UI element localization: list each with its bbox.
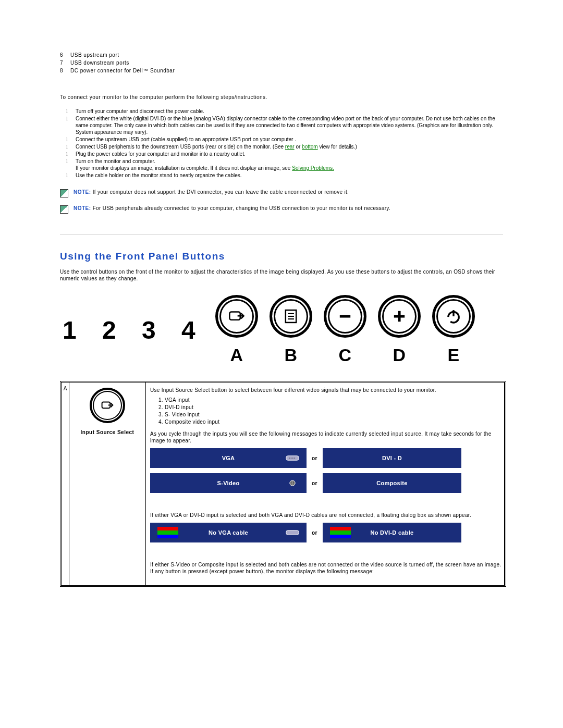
step: Connect USB peripherals to the downstrea… [76,143,503,150]
connection-steps: Turn off your computer and disconnect th… [60,108,503,179]
port-num: 7 [60,60,70,66]
osd-vga: VGA [150,448,307,468]
note-icon [60,189,68,198]
section-title: Using the Front Panel Buttons [60,251,503,262]
solving-problems-link[interactable]: Solving Problems. [292,165,334,171]
osd-no-vga: No VGA cable [150,523,307,542]
svg-point-20 [293,484,295,485]
input-source-icon [215,295,258,338]
table-col-letter: A [62,382,69,585]
button-d: D [378,295,421,365]
svideo-port-icon [286,479,299,487]
note: NOTE: For USB peripherals already connec… [60,205,503,214]
port-row: 8DC power connector for Dell™ Soundbar [60,68,503,73]
rear-link[interactable]: rear [285,144,295,150]
port-row: 6USB upstream port [60,52,503,58]
svg-point-14 [292,458,293,459]
section-intro: Use the control buttons on the front of … [60,268,503,282]
vga-port-icon [286,454,299,462]
port-num: 8 [60,68,70,73]
plus-icon [378,295,421,338]
note-icon [60,205,68,214]
button-a: A [215,295,258,365]
osd-no-dvi: No DVI-D cable [323,523,461,542]
step: Connect the upstream USB port (cable sup… [76,136,503,143]
svg-point-17 [291,482,292,483]
input-source-label: Input Source Select [69,429,145,435]
port-label: USB upstream port [70,52,119,58]
osd-svideo: S-Video [150,473,307,493]
front-panel-diagram: 1 2 3 4 A B C D [60,295,503,365]
port-label: USB downstream ports [70,60,129,66]
port-label: DC power connector for Dell™ Soundbar [70,68,175,73]
input-numbers: 1 2 3 4 [63,316,205,344]
port-num: 6 [60,52,70,58]
svg-point-13 [291,458,292,459]
table-col-icon: Input Source Select [69,382,146,585]
input-source-icon [90,388,125,423]
menu-icon [270,295,312,338]
osd-row: S-Video or Composite [150,473,504,493]
osd-dvid: DVI - D [323,448,461,468]
port-row: 7USB downstream ports [60,60,503,66]
svg-point-16 [290,480,295,486]
svg-point-15 [294,458,295,459]
note: NOTE: If your computer does not support … [60,189,503,198]
button-b: B [270,295,312,365]
port-list: 6USB upstream port 7USB downstream ports… [60,52,503,73]
separator [60,235,503,235]
button-group: A B C D E [215,295,475,365]
step: Connect either the white (digital DVI-D)… [76,115,503,135]
osd-composite: Composite [323,473,461,493]
svg-point-18 [293,482,295,483]
svg-point-19 [291,484,292,485]
bottom-link[interactable]: bottom [302,144,318,150]
step: Use the cable holder on the monitor stan… [76,172,503,179]
colorbars-icon [330,527,351,538]
power-icon [432,295,475,338]
step: Turn on the monitor and computer.If your… [76,158,503,171]
minus-icon [324,295,366,338]
button-c: C [324,295,366,365]
osd-row: VGA or DVI - D [150,448,504,468]
osd-row: No VGA cable or No DVI-D cable [150,523,504,542]
connect-intro: To connect your monitor to the computer … [60,94,503,100]
table-col-desc: Use Input Source Select button to select… [146,382,505,585]
colorbars-icon [157,527,178,538]
input-list: VGA input DVI-D input S- Video input Com… [150,397,504,425]
button-description-table: A Input Source Select Use Input Source S… [60,381,506,587]
button-e: E [432,295,475,365]
step: Plug the power cables for your computer … [76,151,503,157]
step: Turn off your computer and disconnect th… [76,108,503,115]
svg-point-12 [289,458,290,459]
vga-port-icon [286,529,299,536]
svg-rect-21 [286,530,299,535]
